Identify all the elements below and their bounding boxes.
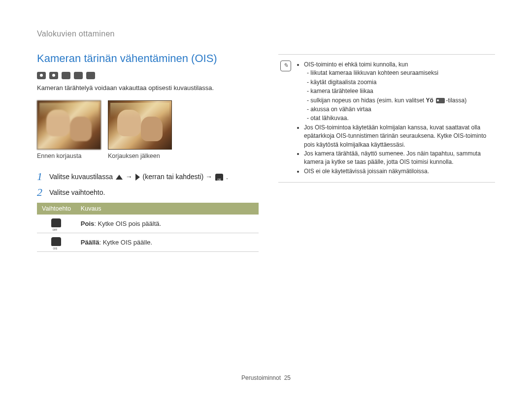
scene-icon-inline bbox=[436, 98, 445, 103]
note-icon: ✎ bbox=[280, 61, 291, 71]
step-2: 2 Valitse vaihtoehto. bbox=[37, 187, 259, 198]
camera-icon bbox=[37, 72, 46, 79]
after-caption: Korjauksen jälkeen bbox=[108, 153, 172, 159]
step-1-p4: . bbox=[226, 173, 228, 181]
page-title: Kameran tärinän vähentäminen (OIS) bbox=[37, 52, 259, 65]
mode-icons-row bbox=[37, 72, 259, 79]
hand-off-icon bbox=[51, 218, 61, 227]
movie-icon bbox=[74, 72, 83, 79]
table-row: Pois: Kytke OIS pois päältä. bbox=[37, 215, 259, 233]
before-caption: Ennen korjausta bbox=[37, 153, 101, 159]
footer-section: Perustoiminnot bbox=[241, 374, 281, 381]
page-footer: Perustoiminnot 25 bbox=[0, 374, 532, 381]
chevron-right-icon bbox=[135, 174, 140, 181]
row-1-rest: : Kytke OIS päälle. bbox=[99, 239, 152, 246]
camera-p-icon bbox=[49, 72, 58, 79]
th-desc: Kuvaus bbox=[76, 203, 259, 215]
note-b4: OIS ei ole käytettävissä joissain näkymä… bbox=[304, 167, 493, 176]
row-0-rest: : Kytke OIS pois päältä. bbox=[94, 220, 161, 227]
step-1-p3: (kerran tai kahdesti) → bbox=[142, 173, 214, 181]
th-option: Vaihtoehto bbox=[37, 203, 76, 215]
row-0-desc: Pois: Kytke OIS pois päältä. bbox=[76, 215, 259, 233]
note-b3: Jos kamera tärähtää, näyttö sumenee. Jos… bbox=[304, 150, 493, 167]
step-1-p1: Valitse kuvaustilassa bbox=[49, 173, 115, 181]
row-1-desc: Päällä: Kytke OIS päälle. bbox=[76, 233, 259, 252]
step-1-number: 1 bbox=[37, 171, 42, 182]
row-0-label: Pois bbox=[81, 220, 94, 227]
before-image bbox=[37, 100, 101, 150]
intro-text: Kameran tärähtelyä voidaan vakauttaa opt… bbox=[37, 84, 259, 92]
breadcrumb: Valokuvien ottaminen bbox=[37, 30, 495, 38]
note-sub-3: sulkijan nopeus on hidas (esim. kun vali… bbox=[307, 96, 493, 105]
note-sub-3-pre: sulkijan nopeus on hidas (esim. kun vali… bbox=[310, 97, 426, 104]
smart-movie-icon bbox=[86, 72, 95, 79]
table-row: Päällä: Kytke OIS päälle. bbox=[37, 233, 259, 252]
note-sub-2: kamera tärähtelee liikaa bbox=[307, 87, 493, 95]
note-sub-3-post: -tilassa) bbox=[446, 97, 466, 104]
row-1-label: Päällä bbox=[81, 239, 100, 246]
step-1-text: Valitse kuvaustilassa → (kerran tai kahd… bbox=[49, 171, 228, 181]
note-b1: OIS-toiminto ei ehkä toimi kunnolla, kun bbox=[304, 61, 408, 68]
scene-icon bbox=[62, 72, 70, 79]
hand-ois-icon bbox=[51, 237, 61, 246]
note-box: ✎ OIS-toiminto ei ehkä toimi kunnolla, k… bbox=[278, 54, 495, 183]
footer-page: 25 bbox=[284, 374, 291, 381]
step-2-number: 2 bbox=[37, 187, 42, 198]
step-1: 1 Valitse kuvaustilassa → (kerran tai ka… bbox=[37, 171, 259, 182]
note-sub-5: otat lähikuvaa. bbox=[307, 114, 493, 123]
note-b2: Jos OIS-toimintoa käytetään kolmijalan k… bbox=[304, 123, 493, 149]
options-table: Vaihtoehto Kuvaus Pois: Kytke OIS pois p… bbox=[37, 203, 259, 252]
note-sub-1: käytät digitaalista zoomia bbox=[307, 78, 493, 87]
note-sub-3-bold: Yö bbox=[426, 97, 433, 104]
note-sub-0: liikutat kameraa liikkuvan kohteen seura… bbox=[307, 69, 493, 77]
step-2-text: Valitse vaihtoehto. bbox=[49, 187, 105, 196]
note-sub-4: akussa on vähän virtaa bbox=[307, 105, 493, 114]
triangle-up-icon bbox=[116, 175, 123, 180]
hand-ois-icon-inline bbox=[215, 174, 223, 181]
after-image bbox=[108, 100, 172, 150]
step-1-arrow1: → bbox=[126, 173, 134, 181]
